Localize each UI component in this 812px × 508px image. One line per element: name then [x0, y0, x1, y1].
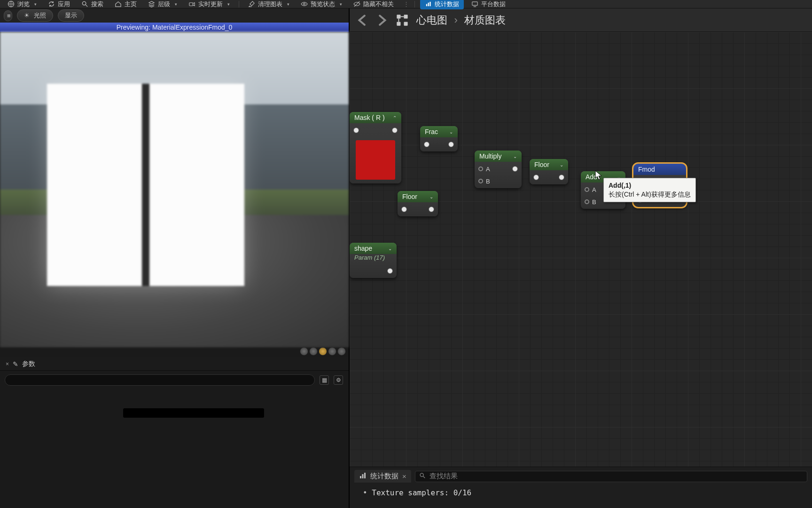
node-mask[interactable]: Mask ( R ) ⌃: [350, 112, 401, 183]
viewport-canvas[interactable]: [0, 32, 349, 347]
pin-in[interactable]: [533, 175, 539, 180]
cylinder-icon[interactable]: [309, 347, 318, 356]
close-icon[interactable]: ×: [402, 472, 406, 480]
layers-button[interactable]: 层级: [144, 0, 181, 9]
nav-forward-button[interactable]: [376, 14, 388, 26]
browse-button[interactable]: 浏览: [4, 0, 40, 9]
clean-graph-button[interactable]: 清理图表: [244, 0, 293, 9]
chevron-down-icon[interactable]: ⌄: [513, 154, 517, 159]
breadcrumb: 心电图 › 材质图表: [416, 13, 506, 27]
panel-tab-params[interactable]: × ✎ 参数: [0, 358, 41, 370]
node-shape-title: shape: [354, 245, 372, 252]
node-mask-title: Mask ( R ): [354, 114, 385, 121]
pin-out[interactable]: [387, 268, 393, 274]
chevron-down-icon[interactable]: ⌄: [449, 129, 453, 135]
node-fmod-header[interactable]: Fmod: [633, 164, 686, 175]
sun-icon: ☀: [24, 12, 30, 19]
pin-in-a[interactable]: [478, 167, 483, 171]
node-shape-header[interactable]: shape ⌄: [350, 243, 397, 254]
graph-canvas[interactable]: Mask ( R ) ⌃ Frac ⌄: [350, 32, 812, 467]
settings-button[interactable]: ⚙: [334, 375, 343, 385]
stats-icon: [425, 0, 432, 8]
param-value-slot[interactable]: [123, 408, 264, 418]
grid-view-button[interactable]: ▦: [320, 375, 329, 385]
pencil-icon: ✎: [13, 360, 18, 368]
live-update-button[interactable]: 实时更新: [185, 0, 234, 9]
platform-data-button[interactable]: 平台数据: [468, 0, 509, 9]
device-icon: [471, 0, 478, 8]
close-icon[interactable]: ×: [6, 361, 9, 367]
separator: [414, 1, 415, 8]
node-multiply-title: Multiply: [479, 152, 501, 160]
param-body: [0, 389, 349, 508]
home-button[interactable]: 主页: [111, 0, 141, 9]
breadcrumb-root[interactable]: 心电图: [416, 14, 447, 26]
plane-icon[interactable]: [319, 347, 327, 356]
platform-data-label: 平台数据: [481, 0, 506, 8]
node-floor-1-header[interactable]: Floor ⌄: [530, 159, 568, 170]
cube-icon[interactable]: [328, 347, 336, 356]
svg-line-2: [86, 5, 87, 7]
graph-tree-button[interactable]: [396, 14, 409, 27]
node-frac-title: Frac: [425, 128, 438, 135]
display-mode-button[interactable]: 显示: [58, 9, 84, 22]
custom-mesh-icon[interactable]: [337, 347, 346, 356]
node-floor-2-header[interactable]: Floor ⌄: [398, 191, 438, 202]
node-frac-header[interactable]: Frac ⌄: [420, 126, 458, 137]
node-mask-header[interactable]: Mask ( R ) ⌃: [350, 112, 401, 123]
node-frac[interactable]: Frac ⌄: [420, 126, 458, 151]
graph-header: 心电图 › 材质图表: [350, 8, 812, 32]
param-search-input[interactable]: [5, 374, 315, 386]
camera-icon: [188, 0, 195, 8]
gear-icon: ⚙: [336, 377, 341, 383]
breadcrumb-current[interactable]: 材质图表: [464, 14, 506, 26]
more-icon[interactable]: ⋮: [403, 0, 409, 8]
stats-toggle[interactable]: 统计数据: [420, 0, 464, 9]
pin-in-b[interactable]: [585, 199, 589, 204]
lighting-mode-button[interactable]: ☀ 光照: [17, 9, 53, 22]
pin-out[interactable]: [429, 206, 434, 212]
node-floor-1-title: Floor: [534, 161, 549, 168]
pin-in[interactable]: [353, 127, 359, 133]
pin-out[interactable]: [559, 175, 564, 180]
node-multiply[interactable]: Multiply ⌄ A B: [475, 151, 522, 188]
tooltip-title: Add(,1): [609, 181, 691, 190]
preview-state-button[interactable]: 预览状态: [297, 0, 346, 9]
search-button[interactable]: 搜索: [78, 0, 107, 9]
arrow-right-icon: [376, 14, 388, 26]
node-floor-1[interactable]: Floor ⌄: [530, 159, 568, 184]
viewport-panel: ≡ ☀ 光照 显示 Previewing: MaterialExpression…: [0, 8, 349, 357]
pin-out[interactable]: [392, 127, 398, 133]
node-multiply-header[interactable]: Multiply ⌄: [475, 151, 522, 162]
apply-button[interactable]: 应用: [44, 0, 74, 9]
preview-state-label: 预览状态: [311, 0, 335, 8]
pin-out[interactable]: [512, 166, 518, 172]
chevron-down-icon[interactable]: ⌄: [429, 194, 433, 199]
pin-in-a[interactable]: [585, 187, 589, 192]
node-shape[interactable]: shape ⌄ Param (17): [350, 243, 397, 278]
separator: [239, 1, 239, 8]
nav-back-button[interactable]: [356, 14, 368, 26]
svg-rect-11: [397, 15, 400, 18]
svg-rect-19: [364, 473, 366, 478]
stats-tab[interactable]: 统计数据 ×: [354, 470, 411, 483]
search-icon: [81, 0, 88, 8]
pin-in-b[interactable]: [478, 179, 483, 183]
sphere-icon[interactable]: [300, 347, 308, 356]
pin-out[interactable]: [448, 142, 454, 147]
hide-unrelated-button[interactable]: 隐藏不相关: [350, 0, 398, 9]
svg-rect-14: [404, 22, 408, 25]
pin-in[interactable]: [401, 206, 407, 212]
svg-rect-18: [362, 474, 364, 478]
panel-tabs: × ✎ 参数: [0, 357, 349, 371]
connection-wires: [350, 32, 491, 103]
chevron-up-icon[interactable]: ⌃: [393, 115, 397, 120]
viewport-menu-button[interactable]: ≡: [4, 10, 12, 21]
results-search-input[interactable]: 查找结果: [415, 471, 807, 482]
chevron-down-icon[interactable]: ⌄: [560, 162, 563, 167]
chevron-down-icon[interactable]: ⌄: [388, 246, 392, 251]
svg-point-1: [82, 1, 86, 5]
preview-banner: Previewing: MaterialExpressionFmod_0: [0, 23, 349, 32]
node-floor-2[interactable]: Floor ⌄: [398, 191, 438, 216]
pin-in[interactable]: [424, 142, 429, 147]
